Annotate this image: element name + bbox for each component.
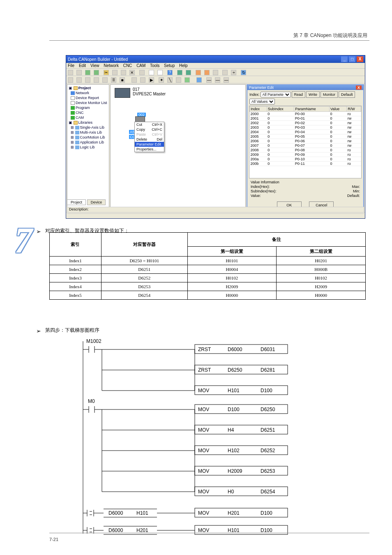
tree-cam[interactable]: CAM xyxy=(69,115,108,120)
tb-open-icon[interactable] xyxy=(76,70,82,75)
tab-device[interactable]: Device xyxy=(87,199,106,205)
pe-cell[interactable]: rw xyxy=(347,143,361,148)
tb-new-icon[interactable] xyxy=(68,70,73,75)
pe-cell[interactable]: 0 xyxy=(267,134,294,139)
pe-cell[interactable]: ro xyxy=(347,162,361,166)
pe-cell[interactable]: rw xyxy=(347,125,361,130)
pe-col-val[interactable]: Value xyxy=(329,106,346,112)
pe-cell[interactable]: 0 xyxy=(329,116,346,121)
pe-cell[interactable]: P0-03 xyxy=(294,125,330,130)
network-canvas[interactable]: 017 DVPES2C Master 002 AS CC CutCtrl+X C… xyxy=(110,84,246,211)
toolbar-1[interactable]: ✂✕ ? ÷ ↻ xyxy=(66,69,365,76)
tb2-13-icon[interactable] xyxy=(176,77,181,83)
pe-cell[interactable]: 2005 xyxy=(250,134,267,139)
param-edit-titlebar[interactable]: Parameter Edit X xyxy=(247,85,363,90)
pe-close-icon[interactable]: X xyxy=(356,86,362,90)
pe-cell[interactable]: 0 xyxy=(267,139,294,143)
pe-cell[interactable]: 0 xyxy=(329,134,346,139)
pe-cell[interactable]: P0-02 xyxy=(294,121,330,125)
tb-win1-icon[interactable] xyxy=(149,70,154,75)
tb-refresh-icon[interactable] xyxy=(94,70,99,75)
pe-cell[interactable]: 2003 xyxy=(250,125,267,130)
tb-up-icon[interactable] xyxy=(196,70,201,75)
pe-cell[interactable]: 0 xyxy=(329,153,346,157)
pe-col-sub[interactable]: SubIndex xyxy=(267,106,294,112)
pe-cell[interactable]: P0-10 xyxy=(294,157,330,162)
pe-cell[interactable]: 2006 xyxy=(250,139,267,143)
tb-win2-icon[interactable] xyxy=(157,70,163,75)
tb2-4-icon[interactable] xyxy=(94,77,99,83)
pe-cell[interactable]: rw xyxy=(347,134,361,139)
pe-monitor-button[interactable]: Monitor xyxy=(321,91,338,98)
pe-cell[interactable]: 0 xyxy=(267,125,294,130)
pe-cell[interactable]: 2009 xyxy=(250,153,267,157)
pe-cell[interactable]: 200b xyxy=(250,162,267,166)
pe-cell[interactable]: 2002 xyxy=(250,121,267,125)
menu-file[interactable]: File xyxy=(68,63,74,68)
tree-project[interactable]: ▣ Project xyxy=(69,86,108,90)
toolbar-2[interactable]: II■ ▶ ✦╲ ——— xyxy=(66,76,365,83)
tb-delete-icon[interactable]: ✕ xyxy=(129,70,135,75)
pe-cell[interactable]: 0 xyxy=(267,157,294,162)
pe-cell[interactable]: 0 xyxy=(267,116,294,121)
ctx-copy[interactable]: CopyCtrl+C xyxy=(135,127,164,132)
tb2-5-icon[interactable] xyxy=(102,77,108,83)
menu-edit[interactable]: Edit xyxy=(79,63,86,68)
pe-cell[interactable]: 0 xyxy=(267,112,294,116)
pe-cell[interactable]: P0-08 xyxy=(294,148,330,153)
pe-cell[interactable]: P0-00 xyxy=(294,112,330,116)
menu-network[interactable]: Network xyxy=(104,63,119,68)
tb-down-icon[interactable] xyxy=(204,70,210,75)
ctx-param-edit[interactable]: Parameter Edit xyxy=(135,142,164,147)
tb2-3-icon[interactable] xyxy=(85,77,90,83)
pe-read-button[interactable]: Read xyxy=(292,91,306,98)
menu-view[interactable]: View xyxy=(90,63,99,68)
tb-div-icon[interactable]: ÷ xyxy=(231,70,236,75)
maximize-icon[interactable]: □ xyxy=(349,56,355,62)
tb-copy-icon[interactable] xyxy=(112,70,118,75)
ctx-properties[interactable]: Properties... xyxy=(135,147,164,152)
menu-cnc[interactable]: CNC xyxy=(123,63,132,68)
tree-program[interactable]: Program xyxy=(69,105,108,110)
pe-cell[interactable]: 0 xyxy=(329,148,346,153)
tb-tool2-icon[interactable] xyxy=(186,70,191,75)
menu-help[interactable]: Help xyxy=(179,63,188,68)
tab-project[interactable]: Project xyxy=(67,199,86,205)
tb2-11-icon[interactable]: ✦ xyxy=(159,77,164,83)
pe-write-button[interactable]: Write xyxy=(306,91,320,98)
pe-cell[interactable]: ro xyxy=(347,112,361,116)
pe-cell[interactable]: 0 xyxy=(329,143,346,148)
pe-cell[interactable]: rw xyxy=(347,116,361,121)
pe-cell[interactable]: 0 xyxy=(329,157,346,162)
pe-cell[interactable]: 0 xyxy=(267,153,294,157)
pe-cell[interactable]: 0 xyxy=(267,121,294,125)
bottom-tabs[interactable]: Project Device xyxy=(67,199,106,205)
tb2-18-icon[interactable]: — xyxy=(224,77,229,83)
tree-multi[interactable]: ⊞ Multi-Axis Lib xyxy=(69,130,108,135)
project-tree[interactable]: ▣ Project Network Device Report Device M… xyxy=(67,84,109,211)
pe-cell[interactable]: rw xyxy=(347,121,361,125)
pe-col-name[interactable]: ParamName xyxy=(294,106,330,112)
tb-stack-icon[interactable] xyxy=(213,70,218,75)
tb-paste-icon[interactable] xyxy=(121,70,126,75)
tb2-14-icon[interactable] xyxy=(184,77,190,83)
tb2-7-icon[interactable]: ■ xyxy=(120,77,125,83)
tb-tool1-icon[interactable] xyxy=(177,70,182,75)
pe-cell[interactable]: P0-11 xyxy=(294,162,330,166)
menu-setup[interactable]: Setup xyxy=(164,63,175,68)
pe-cell[interactable]: 0 xyxy=(329,121,346,125)
tb2-17-icon[interactable]: — xyxy=(215,77,220,83)
tree-network[interactable]: Network xyxy=(69,90,108,95)
tree-libs[interactable]: ▣ Libraries xyxy=(69,120,108,125)
pe-cell[interactable]: 0 xyxy=(329,162,346,166)
pe-default-button[interactable]: Default xyxy=(339,91,355,98)
pe-cell[interactable]: ro xyxy=(347,157,361,162)
tb-grid-icon[interactable] xyxy=(222,70,228,75)
tb2-15-icon[interactable] xyxy=(196,77,202,83)
pe-index-select[interactable]: All Paramete xyxy=(261,92,291,97)
menu-cam[interactable]: CAM xyxy=(136,63,145,68)
tb-help-icon[interactable]: ? xyxy=(167,70,173,75)
tb2-12-icon[interactable]: ╲ xyxy=(167,77,173,83)
pe-cell[interactable]: ro xyxy=(347,153,361,157)
tree-single[interactable]: ⊞ Single-Axis Lib xyxy=(69,125,108,130)
